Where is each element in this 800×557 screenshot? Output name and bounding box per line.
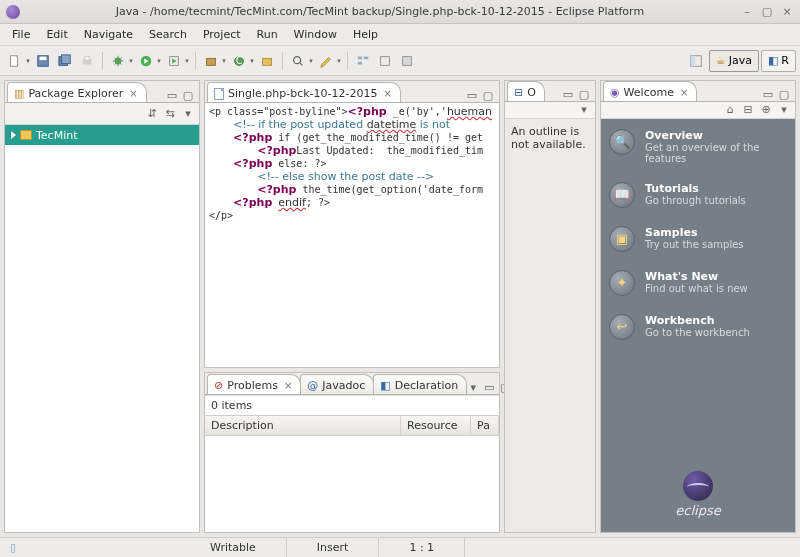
svg-point-8 [115, 57, 122, 64]
svg-rect-11 [207, 58, 216, 65]
welcome-tab[interactable]: ◉Welcome× [603, 81, 697, 101]
col-description[interactable]: Description [205, 416, 401, 435]
editor-content[interactable]: <p class="post-byline"><?php _e('by','hu… [205, 103, 499, 367]
maximize-view-icon[interactable]: ▢ [481, 88, 495, 102]
outline-view: ⊟O ▭ ▢ ▾ An outline is not available. [504, 80, 596, 533]
outline-tab[interactable]: ⊟O [507, 81, 545, 101]
status-bar: ▯ Writable Insert 1 : 1 [0, 537, 800, 557]
new-dropdown-icon[interactable]: ▾ [24, 51, 32, 71]
link-editor-icon[interactable]: ⇆ [163, 107, 177, 121]
minimize-view-icon[interactable]: ▭ [561, 87, 575, 101]
new-class-icon[interactable]: C [229, 51, 249, 71]
open-type-icon[interactable] [257, 51, 277, 71]
toggle-mark-icon[interactable] [375, 51, 395, 71]
col-resource[interactable]: Resource [401, 416, 471, 435]
search-icon[interactable] [288, 51, 308, 71]
annotate-icon[interactable] [316, 51, 336, 71]
reduce-icon[interactable]: ⊟ [741, 103, 755, 117]
center-area: Single.php-bck-10-12-2015 × ▭ ▢ <p class… [204, 80, 500, 533]
folder-icon [20, 130, 32, 140]
view-menu-icon[interactable]: ▾ [181, 107, 195, 121]
col-path[interactable]: Pa [471, 416, 499, 435]
run-last-icon[interactable] [164, 51, 184, 71]
close-icon[interactable]: × [680, 87, 688, 98]
menu-search[interactable]: Search [141, 26, 195, 43]
debug-dropdown-icon[interactable]: ▾ [127, 51, 135, 71]
toolbar-separator [282, 52, 283, 70]
maximize-button[interactable]: ▢ [760, 5, 774, 19]
status-insert: Insert [287, 538, 380, 557]
problems-table-body[interactable] [205, 436, 499, 532]
open-perspective-icon[interactable] [686, 51, 706, 71]
welcome-item-what-s-new[interactable]: ✦What's NewFind out what is new [609, 270, 787, 296]
magnify-icon[interactable]: ⊕ [759, 103, 773, 117]
close-icon[interactable]: × [129, 88, 137, 99]
menu-project[interactable]: Project [195, 26, 249, 43]
javadoc-tab-label: Javadoc [322, 379, 365, 392]
outline-tab-label: O [527, 86, 536, 99]
run-dropdown-icon[interactable]: ▾ [155, 51, 163, 71]
run-icon[interactable] [136, 51, 156, 71]
status-marker-icon[interactable]: ▯ [6, 541, 20, 555]
declaration-tab[interactable]: ◧Declaration [373, 374, 467, 394]
package-explorer-tab[interactable]: ▥ Package Explorer × [7, 82, 147, 102]
close-icon[interactable]: × [384, 88, 392, 99]
eclipse-orb-icon [683, 471, 713, 501]
perspective-java[interactable]: ☕Java [709, 50, 759, 72]
menu-bar: File Edit Navigate Search Project Run Wi… [0, 24, 800, 46]
maximize-view-icon[interactable]: ▢ [777, 87, 791, 101]
home-icon[interactable]: ⌂ [723, 103, 737, 117]
new-package-dropdown-icon[interactable]: ▾ [220, 51, 228, 71]
minimize-view-icon[interactable]: ▭ [165, 88, 179, 102]
minimize-button[interactable]: – [740, 5, 754, 19]
save-all-icon[interactable] [55, 51, 75, 71]
menu-file[interactable]: File [4, 26, 38, 43]
expand-arrow-icon[interactable] [11, 131, 16, 139]
editor-view: Single.php-bck-10-12-2015 × ▭ ▢ <p class… [204, 80, 500, 368]
workspace: ▥ Package Explorer × ▭ ▢ ⇵ ⇆ ▾ TecMint [0, 76, 800, 537]
debug-icon[interactable] [108, 51, 128, 71]
menu-help[interactable]: Help [345, 26, 386, 43]
view-menu-icon[interactable]: ▾ [466, 380, 480, 394]
project-tecmint[interactable]: TecMint [5, 125, 199, 145]
maximize-view-icon[interactable]: ▢ [181, 88, 195, 102]
problems-count: 0 items [205, 395, 499, 415]
javadoc-tab[interactable]: @Javadoc [300, 374, 374, 394]
svg-rect-5 [62, 54, 71, 63]
window-titlebar: Java - /home/tecmint/TecMint.com/TecMint… [0, 0, 800, 24]
menu-run[interactable]: Run [249, 26, 286, 43]
package-explorer-view: ▥ Package Explorer × ▭ ▢ ⇵ ⇆ ▾ TecMint [4, 80, 200, 533]
new-package-icon[interactable] [201, 51, 221, 71]
annotate-dropdown-icon[interactable]: ▾ [335, 51, 343, 71]
welcome-item-samples[interactable]: ▣SamplesTry out the samples [609, 226, 787, 252]
toggle-block-icon[interactable] [397, 51, 417, 71]
close-window-button[interactable]: × [780, 5, 794, 19]
package-explorer-tree[interactable]: TecMint [5, 125, 199, 532]
search-dropdown-icon[interactable]: ▾ [307, 51, 315, 71]
toggle-breadcrumb-icon[interactable] [353, 51, 373, 71]
perspective-r[interactable]: ◧R [761, 50, 796, 72]
minimize-view-icon[interactable]: ▭ [761, 87, 775, 101]
view-menu-icon[interactable]: ▾ [577, 103, 591, 117]
print-icon[interactable] [77, 51, 97, 71]
view-menu-icon[interactable]: ▾ [777, 103, 791, 117]
welcome-item-workbench[interactable]: ↩WorkbenchGo to the workbench [609, 314, 787, 340]
welcome-item-desc: Go through tutorials [645, 195, 746, 206]
menu-window[interactable]: Window [286, 26, 345, 43]
new-icon[interactable] [5, 51, 25, 71]
welcome-item-overview[interactable]: 🔍OverviewGet an overview of the features [609, 129, 787, 164]
close-icon[interactable]: × [284, 380, 292, 391]
problems-tab[interactable]: ⊘Problems× [207, 374, 301, 394]
welcome-item-tutorials[interactable]: 📖TutorialsGo through tutorials [609, 182, 787, 208]
editor-tab[interactable]: Single.php-bck-10-12-2015 × [207, 82, 401, 102]
minimize-view-icon[interactable]: ▭ [482, 380, 496, 394]
minimize-view-icon[interactable]: ▭ [465, 88, 479, 102]
save-icon[interactable] [33, 51, 53, 71]
editor-tabbar: Single.php-bck-10-12-2015 × ▭ ▢ [205, 81, 499, 103]
run-last-dropdown-icon[interactable]: ▾ [183, 51, 191, 71]
collapse-all-icon[interactable]: ⇵ [145, 107, 159, 121]
new-class-dropdown-icon[interactable]: ▾ [248, 51, 256, 71]
menu-navigate[interactable]: Navigate [76, 26, 141, 43]
menu-edit[interactable]: Edit [38, 26, 75, 43]
maximize-view-icon[interactable]: ▢ [577, 87, 591, 101]
